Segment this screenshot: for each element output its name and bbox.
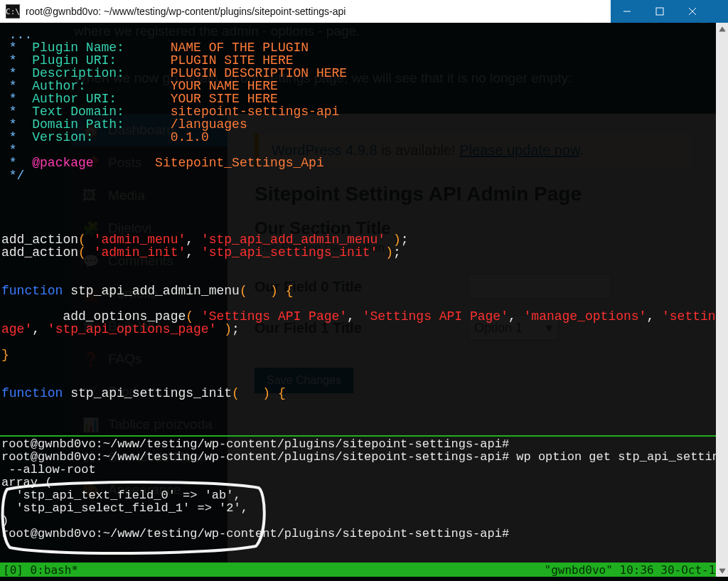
tmux-statusbar: [0] 0:bash* "gwnbd0vo" 10:36 30-Oct-18 xyxy=(0,563,728,577)
close-button[interactable] xyxy=(676,0,709,23)
scroll-up-button[interactable] xyxy=(716,23,728,35)
scroll-down-button[interactable] xyxy=(716,565,728,577)
editor-code: ... * Plugin Name: NAME OF THE PLUGIN * … xyxy=(1,28,717,400)
minimize-button[interactable] xyxy=(611,0,643,23)
maximize-button[interactable] xyxy=(643,0,676,23)
svg-marker-5 xyxy=(719,569,725,573)
split-divider xyxy=(0,435,728,437)
titlebar[interactable]: C:\ root@gwnbd0vo: ~/www/testing/wp-cont… xyxy=(0,0,728,23)
window-controls xyxy=(611,0,728,23)
svg-rect-1 xyxy=(656,8,663,15)
terminal-window: C:\ root@gwnbd0vo: ~/www/testing/wp-cont… xyxy=(0,0,728,581)
svg-marker-4 xyxy=(719,27,725,31)
status-left: [0] 0:bash* xyxy=(0,563,78,577)
shell-output: root@gwnbd0vo:~/www/testing/wp-content/p… xyxy=(1,438,718,540)
status-right: "gwnbd0vo" 10:36 30-Oct-18 xyxy=(545,563,722,577)
terminal-icon: C:\ xyxy=(6,4,20,18)
scrollbar-track[interactable] xyxy=(716,23,728,577)
terminal-body[interactable]: ... * Plugin Name: NAME OF THE PLUGIN * … xyxy=(0,23,728,581)
